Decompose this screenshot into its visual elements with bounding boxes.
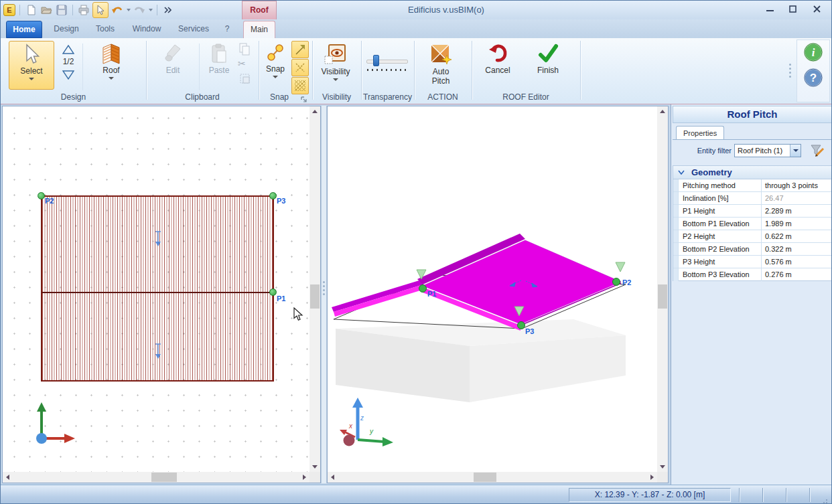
property-value[interactable]: 0.576 m <box>762 256 831 268</box>
entity-filter-dropdown-button[interactable] <box>790 145 801 157</box>
scroll-down-icon[interactable] <box>660 465 665 469</box>
axis-z-label: z <box>360 414 364 422</box>
point-marker-p3[interactable] <box>269 192 277 199</box>
point-label-3d-p1: P1 <box>427 290 436 298</box>
scroll-left-icon[interactable] <box>331 475 334 480</box>
save-icon[interactable] <box>55 3 68 17</box>
property-value[interactable]: 0.276 m <box>762 268 831 281</box>
status-cell <box>809 488 832 502</box>
point-marker-p2[interactable] <box>38 192 45 199</box>
restore-button[interactable] <box>783 1 802 17</box>
divider <box>82 44 83 90</box>
scrollbar-thumb[interactable] <box>658 284 667 309</box>
visibility-button[interactable]: Visibility <box>314 41 357 90</box>
scroll-right-icon[interactable] <box>650 475 654 480</box>
property-value[interactable]: 0.622 m <box>762 230 831 242</box>
redo-dropdown-icon[interactable] <box>149 9 153 11</box>
help-pane: i ? <box>796 39 830 102</box>
roof-ridge-line[interactable] <box>42 292 273 293</box>
print-icon[interactable] <box>77 3 90 17</box>
view-splitter[interactable] <box>321 106 327 483</box>
scrollbar-vertical[interactable] <box>309 106 320 472</box>
snap-intersection-toggle[interactable] <box>291 59 309 76</box>
scroll-right-icon[interactable] <box>303 475 306 480</box>
undo-icon[interactable] <box>111 3 124 17</box>
select-mode-icon[interactable] <box>92 2 109 18</box>
select-button[interactable]: Select <box>9 41 54 90</box>
auto-pitch-button[interactable]: Auto Pitch <box>421 41 460 93</box>
filter-edit-button[interactable] <box>810 143 826 161</box>
property-row: Bottom P2 Elevation0.322 m <box>673 243 831 256</box>
status-cell <box>739 488 762 502</box>
scrollbar-thumb[interactable] <box>310 284 320 309</box>
slope-arrow-icon <box>154 342 162 359</box>
app-icon[interactable]: E <box>3 4 15 16</box>
transparency-slider-thumb[interactable] <box>373 55 379 66</box>
point-label-p2: P2 <box>45 197 54 205</box>
group-label-action: ACTION <box>414 92 472 102</box>
open-file-icon[interactable] <box>40 3 53 17</box>
property-value[interactable]: 2.289 m <box>762 205 831 217</box>
scrollbar-horizontal[interactable] <box>328 472 657 483</box>
roof-button[interactable]: Roof <box>90 41 132 90</box>
tab-home[interactable]: Home <box>6 21 42 38</box>
paste-special-button[interactable] <box>239 73 251 88</box>
minimize-button[interactable] <box>760 1 779 17</box>
copy-button[interactable] <box>238 42 253 60</box>
scroll-down-icon[interactable] <box>312 465 318 469</box>
scroll-up-icon[interactable] <box>660 110 665 113</box>
property-value[interactable]: 1.989 m <box>762 218 831 230</box>
cancel-button[interactable]: Cancel <box>476 41 519 90</box>
scrollbar-horizontal[interactable] <box>3 472 309 483</box>
point-marker-p1[interactable] <box>269 288 277 296</box>
scrollbar-thumb[interactable] <box>151 473 177 482</box>
tab-services[interactable]: Services <box>172 21 215 38</box>
cut-button[interactable]: ✂ <box>238 58 246 69</box>
page-up-icon[interactable] <box>62 45 74 54</box>
new-file-icon[interactable] <box>24 3 38 17</box>
roof-3d-scene <box>328 220 657 421</box>
tab-help[interactable]: ? <box>220 21 234 38</box>
finish-button[interactable]: Finish <box>527 41 569 90</box>
tab-design[interactable]: Design <box>48 21 85 38</box>
group-divider <box>472 41 472 100</box>
property-row: Pitching methodthrough 3 points <box>673 179 831 192</box>
axis-y-label: y <box>369 428 374 435</box>
help-button[interactable]: ? <box>803 68 823 90</box>
undo-dropdown-icon[interactable] <box>127 9 131 11</box>
entity-filter-value: Roof Pitch (1) <box>738 147 782 155</box>
group-label-design: Design <box>1 92 146 102</box>
paste-button[interactable]: Paste <box>202 41 236 90</box>
customize-toolbar-icon[interactable] <box>161 3 175 17</box>
property-label: P1 Height <box>679 205 762 217</box>
edit-button[interactable]: Edit <box>152 41 194 90</box>
snap-dialog-launcher[interactable] <box>301 94 307 100</box>
page-down-icon[interactable] <box>62 70 74 80</box>
property-value[interactable]: 26.47 <box>762 192 831 204</box>
scrollbar-thumb[interactable] <box>474 473 496 482</box>
canvas-3d[interactable]: P1 P2 P3 z y x <box>328 106 657 472</box>
snap-cross-icon <box>294 62 306 74</box>
section-geometry[interactable]: Geometry <box>673 166 831 179</box>
tab-tools[interactable]: Tools <box>89 21 121 38</box>
tab-main-contextual[interactable]: Main <box>243 21 275 38</box>
entity-filter-dropdown[interactable]: Roof Pitch (1) <box>734 144 801 157</box>
divider <box>199 44 200 90</box>
scroll-up-icon[interactable] <box>312 110 318 113</box>
tab-properties[interactable]: Properties <box>676 126 724 140</box>
scroll-left-icon[interactable] <box>6 475 9 480</box>
roof-dropdown-icon <box>109 77 114 80</box>
chevron-down-icon <box>793 149 799 152</box>
redo-icon[interactable] <box>133 3 146 17</box>
resize-grip[interactable] <box>826 499 827 501</box>
point-label-3d-p2: P2 <box>622 278 631 286</box>
canvas-2d[interactable]: P2 P3 P1 <box>3 106 309 472</box>
property-value[interactable]: through 3 points <box>762 179 831 191</box>
info-button[interactable]: i <box>803 42 823 65</box>
scrollbar-vertical[interactable] <box>657 106 668 472</box>
tab-window[interactable]: Window <box>125 21 168 38</box>
snap-button[interactable]: Snap <box>261 41 290 90</box>
close-button[interactable] <box>807 1 826 17</box>
property-value[interactable]: 0.322 m <box>762 243 831 255</box>
snap-endpoint-toggle[interactable] <box>291 41 309 58</box>
